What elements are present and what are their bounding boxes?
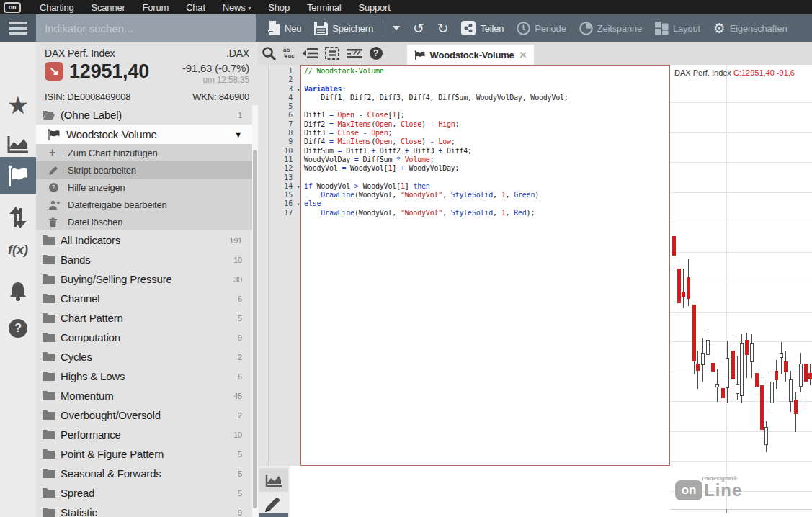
folder-row[interactable]: Buying/Selling Pressure30 [36, 269, 252, 289]
folder-row[interactable]: Cycles2 [36, 347, 252, 367]
code-line: DiffSum = Diff1 + Diff2 + Diff3 + Diff4; [304, 147, 669, 156]
candle-body [804, 364, 808, 382]
line-number[interactable]: 15 [269, 191, 300, 199]
chart-view-button[interactable] [259, 468, 288, 492]
line-number[interactable]: 8 [269, 129, 300, 138]
editor-strip-active-tab[interactable] [259, 513, 288, 517]
folder-row[interactable]: Highs & Lows6 [36, 367, 252, 386]
line-number[interactable]: 17 [269, 209, 300, 217]
hamburger-menu-button[interactable] [0, 14, 36, 42]
h-gridline [670, 132, 812, 133]
trash-icon [49, 217, 68, 227]
price-chart[interactable]: DAX Perf. Index C:12951,40 -91,6 Tradesi… [670, 65, 812, 517]
folder-row[interactable]: Bands10 [36, 250, 252, 269]
save-dropdown-button[interactable] [388, 14, 405, 42]
layout-button[interactable]: Layout [650, 14, 705, 42]
topbar-item-chat[interactable]: Chat [177, 2, 214, 13]
editor-bottom-area [258, 466, 670, 517]
save-button[interactable]: Speichern [309, 14, 378, 42]
editor-help-button[interactable]: ? [370, 47, 383, 60]
folder-row[interactable]: Momentum45 [36, 386, 252, 405]
topbar-item-forum[interactable]: Forum [134, 2, 178, 13]
brand-logo-icon[interactable]: on [4, 2, 21, 13]
line-number[interactable]: 2 [269, 76, 300, 84]
tradesignal-watermark: Tradesignal® on Line [675, 475, 742, 500]
share-icon [461, 21, 476, 35]
folder-label: Channel [61, 292, 99, 305]
line-number[interactable]: 14▾ [269, 182, 300, 191]
folder-count: 6 [238, 372, 242, 381]
panel-scrollbar-thumb[interactable] [253, 150, 257, 508]
folder-row-unlabeled[interactable]: (Ohne Label) 1 [36, 105, 252, 125]
properties-button[interactable]: ⚙ Eigenschaften [708, 14, 793, 42]
folder-row[interactable]: Channel6 [36, 289, 252, 308]
line-number[interactable]: 9 [269, 138, 300, 146]
folder-row[interactable]: Overbought/Oversold2 [36, 405, 252, 425]
indicator-search-input[interactable] [36, 14, 256, 42]
line-number[interactable]: 10 [269, 147, 300, 156]
editor-format-selection-button[interactable] [325, 47, 339, 60]
editor-replace-button[interactable]: ab↳ac [283, 48, 295, 59]
line-number[interactable]: 16▾ [269, 199, 300, 208]
line-number[interactable]: 7 [269, 120, 300, 129]
instrument-time: um 12:58:35 [182, 75, 249, 85]
folder-row[interactable]: All Indicators191 [36, 230, 252, 250]
line-number[interactable]: 12 [269, 164, 300, 173]
editor-comment-button[interactable] [347, 48, 362, 59]
chart-header: DAX Perf. Index C:12951,40 -91,6 [674, 68, 795, 77]
folder-row[interactable]: Statistic9 [36, 503, 252, 517]
folder-label: Overbought/Oversold [61, 409, 161, 421]
line-number[interactable]: 11 [269, 156, 300, 164]
charts-nav-button[interactable] [0, 131, 36, 157]
folder-row[interactable]: Spread5 [36, 483, 252, 503]
menu-item-delete-file[interactable]: Datei löschen [36, 213, 252, 230]
import-export-nav-button[interactable] [0, 204, 36, 230]
alerts-nav-button[interactable] [0, 278, 36, 304]
line-number[interactable]: 6 [269, 111, 300, 120]
topbar-item-charting[interactable]: Charting [31, 2, 83, 13]
candle-wick [713, 344, 713, 380]
topbar-item-scanner[interactable]: Scanner [83, 2, 134, 13]
folder-icon [42, 351, 56, 362]
topbar-item-terminal[interactable]: Terminal [298, 2, 350, 13]
folder-row[interactable]: Computation9 [36, 328, 252, 347]
timespan-button[interactable]: Zeitspanne [574, 14, 647, 42]
help-nav-button[interactable]: ? [0, 317, 36, 340]
line-number[interactable]: 1 [269, 67, 300, 76]
tab-close-icon[interactable]: ✕ [519, 50, 527, 60]
tab-woodstock-volume[interactable]: Woodstock-Volume ✕ [407, 45, 535, 65]
indicators-nav-button[interactable] [0, 157, 36, 194]
period-button[interactable]: Periode [512, 14, 571, 42]
script-dropdown-caret-icon[interactable]: ▼ [234, 130, 242, 139]
undo-button[interactable]: ↺ [408, 14, 429, 42]
menu-item-edit-sharing[interactable]: Dateifreigabe bearbeiten [36, 196, 252, 213]
share-button[interactable]: Teilen [456, 14, 509, 42]
menu-item-edit-script[interactable]: Skript bearbeiten [36, 161, 252, 179]
line-number[interactable]: 13 [269, 174, 300, 182]
edit-script-button[interactable] [264, 496, 281, 513]
editor-search-button[interactable] [262, 47, 276, 60]
topbar-item-news[interactable]: News▾ [214, 2, 260, 13]
topbar-item-support[interactable]: Support [349, 2, 398, 13]
functions-nav-button[interactable]: f(x) [0, 239, 36, 261]
folder-row[interactable]: Performance10 [36, 425, 252, 444]
line-number[interactable]: 3▾ [269, 85, 300, 94]
folder-row[interactable]: Seasonal & Forwards5 [36, 464, 252, 483]
editor-indent-button[interactable] [302, 48, 318, 59]
menu-item-show-help[interactable]: ? Hilfe anzeigen [36, 179, 252, 196]
folder-icon [42, 429, 56, 440]
redo-button[interactable]: ↻ [432, 14, 454, 42]
panel-scrollbar-track[interactable] [252, 105, 258, 517]
timespan-button-label: Zeitspanne [597, 23, 642, 34]
topbar-item-shop[interactable]: Shop [259, 2, 298, 13]
folder-row[interactable]: Point & Figure Pattern5 [36, 444, 252, 464]
line-number[interactable]: 5 [269, 102, 300, 111]
favorites-nav-button[interactable]: ★ [0, 92, 36, 118]
editor-code-area[interactable]: // Woodstock-VolumeVariables: Diff1, Dif… [300, 65, 670, 466]
line-number[interactable]: 4 [269, 94, 300, 102]
script-row-woodstock-volume[interactable]: Woodstock-Volume ▼ [36, 125, 252, 144]
menu-item-add-to-chart[interactable]: + Zum Chart hinzufügen [36, 144, 252, 161]
instrument-header: DAX Perf. Index .DAX ↘ 12951,40 -91,63 (… [36, 42, 258, 105]
new-button[interactable]: Neu [263, 14, 306, 42]
folder-row[interactable]: Chart Pattern5 [36, 308, 252, 328]
